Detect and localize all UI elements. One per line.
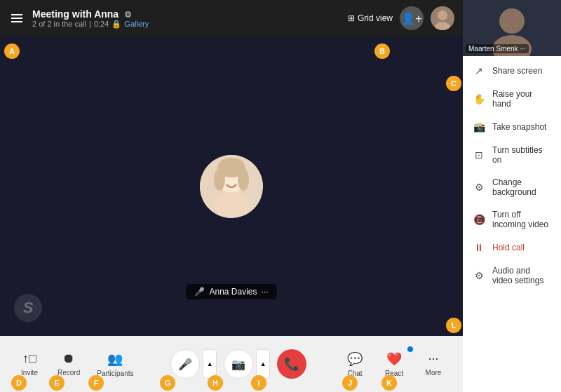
menu-item-hold-call[interactable]: ⏸ Hold call xyxy=(463,236,561,259)
svg-point-1 xyxy=(438,11,447,20)
participant-thumbnail: Maarten Smenk ··· xyxy=(463,0,561,56)
label-k: K xyxy=(381,375,397,391)
skype-logo: S xyxy=(23,299,34,317)
hamburger-menu[interactable] xyxy=(8,11,25,25)
participants-icon: 👥 xyxy=(107,351,123,367)
share-screen-icon: ↗ xyxy=(473,65,485,76)
hold-call-icon: ⏸ xyxy=(473,242,485,253)
svg-point-8 xyxy=(214,168,225,191)
svg-point-11 xyxy=(499,8,525,34)
label-c: C xyxy=(446,76,461,91)
label-i: I xyxy=(251,375,266,391)
record-icon: ⏺ xyxy=(62,351,75,366)
right-panel: Maarten Smenk ··· ↗ Share screen ✋ Raise… xyxy=(463,0,561,392)
header-bar: Meeting with Anna ⚙ 2 of 2 in the call |… xyxy=(0,0,463,36)
label-l: L xyxy=(446,318,461,333)
raise-hand-label: Raise your hand xyxy=(492,89,551,109)
snapshot-icon: 📸 xyxy=(473,121,485,133)
label-e: E xyxy=(49,375,65,391)
lock-icon: 🔒 xyxy=(111,20,121,29)
menu-item-share-screen[interactable]: ↗ Share screen xyxy=(463,59,561,83)
react-button[interactable]: ❤️ React xyxy=(376,347,412,381)
label-j: J xyxy=(342,375,358,391)
more-icon: ··· xyxy=(428,351,438,366)
chat-button[interactable]: 💬 Chat xyxy=(337,347,373,381)
toolbar-container: ↑□ Invite ⏺ Record 👥 Participants 🎤 ▲ 📷 … xyxy=(0,336,463,392)
header-title-block: Meeting with Anna ⚙ 2 of 2 in the call |… xyxy=(32,8,149,29)
chat-icon: 💬 xyxy=(347,351,363,367)
mic-off-icon: 🎤 xyxy=(194,287,205,297)
mic-chevron[interactable]: ▲ xyxy=(203,349,217,379)
participant-ellipsis[interactable]: ··· xyxy=(520,45,525,53)
header-right: ⊞ Grid view 👤+ xyxy=(348,6,454,30)
hang-up-button[interactable]: 📞 xyxy=(277,349,306,379)
raise-hand-icon: ✋ xyxy=(473,93,485,104)
add-participant-button[interactable]: 👤+ xyxy=(400,6,424,30)
name-ellipsis[interactable]: ··· xyxy=(262,287,269,297)
background-icon: ⚙ xyxy=(473,182,485,193)
react-indicator xyxy=(407,346,414,353)
menu-item-incoming-video[interactable]: 📵 Turn off incoming video xyxy=(463,203,561,236)
menu-item-subtitles[interactable]: ⊡ Turn subtitles on xyxy=(463,139,561,171)
label-f: F xyxy=(88,375,104,391)
gallery-link[interactable]: Gallery xyxy=(124,20,149,28)
background-label: Change background xyxy=(492,177,551,197)
video-area: S 🎤 Anna Davies ··· B xyxy=(0,36,463,336)
video-button[interactable]: 📷 xyxy=(224,349,253,379)
invite-icon: ↑□ xyxy=(22,351,36,366)
av-settings-icon: ⚙ xyxy=(473,270,485,281)
label-g: G xyxy=(160,375,175,391)
toolbar-left-group: ↑□ Invite ⏺ Record 👥 Participants xyxy=(11,347,141,381)
av-settings-label: Audio and video settings xyxy=(492,266,551,285)
incoming-video-icon: 📵 xyxy=(473,214,485,225)
meeting-subtitle: 2 of 2 in the call | 0:24 🔒 Gallery xyxy=(32,20,149,29)
header-left: Meeting with Anna ⚙ 2 of 2 in the call |… xyxy=(8,8,149,29)
video-chevron[interactable]: ▲ xyxy=(256,349,270,379)
react-icon: ❤️ xyxy=(386,351,402,367)
anna-avatar-img xyxy=(200,155,263,218)
menu-item-snapshot[interactable]: 📸 Take snapshot xyxy=(463,115,561,139)
snapshot-label: Take snapshot xyxy=(492,122,546,132)
svg-point-9 xyxy=(238,168,249,191)
svg-point-5 xyxy=(214,191,249,217)
menu-item-background[interactable]: ⚙ Change background xyxy=(463,171,561,203)
menu-item-raise-hand[interactable]: ✋ Raise your hand xyxy=(463,83,561,115)
label-d: D xyxy=(11,375,27,391)
gear-icon[interactable]: ⚙ xyxy=(124,10,132,20)
toolbar-center-group: 🎤 ▲ 📷 ▲ 📞 xyxy=(170,349,306,379)
grid-view-button[interactable]: ⊞ Grid view xyxy=(348,13,393,23)
person-add-icon: 👤+ xyxy=(401,12,421,25)
skype-watermark: S xyxy=(14,294,42,322)
label-b: B xyxy=(374,43,390,59)
user-name-label: 🎤 Anna Davies ··· xyxy=(186,284,276,299)
meeting-title: Meeting with Anna ⚙ xyxy=(32,8,149,20)
menu-item-av-settings[interactable]: ⚙ Audio and video settings xyxy=(463,259,561,292)
mic-button[interactable]: 🎤 xyxy=(170,349,200,379)
subtitles-label: Turn subtitles on xyxy=(492,145,551,165)
participant-avatar xyxy=(431,6,454,30)
label-h: H xyxy=(208,375,223,391)
subtitles-icon: ⊡ xyxy=(473,149,485,161)
hold-call-label: Hold call xyxy=(492,243,525,252)
share-screen-label: Share screen xyxy=(492,66,542,76)
more-dropdown-menu: ↗ Share screen ✋ Raise your hand 📸 Take … xyxy=(463,56,561,392)
label-a: A xyxy=(4,43,20,59)
participant-photo-img xyxy=(431,6,454,30)
participant-name-label: Maarten Smenk ··· xyxy=(466,44,529,53)
incoming-video-label: Turn off incoming video xyxy=(492,210,551,229)
user-avatar xyxy=(200,155,263,218)
more-button[interactable]: ··· More xyxy=(415,347,452,381)
grid-icon: ⊞ xyxy=(348,13,355,23)
